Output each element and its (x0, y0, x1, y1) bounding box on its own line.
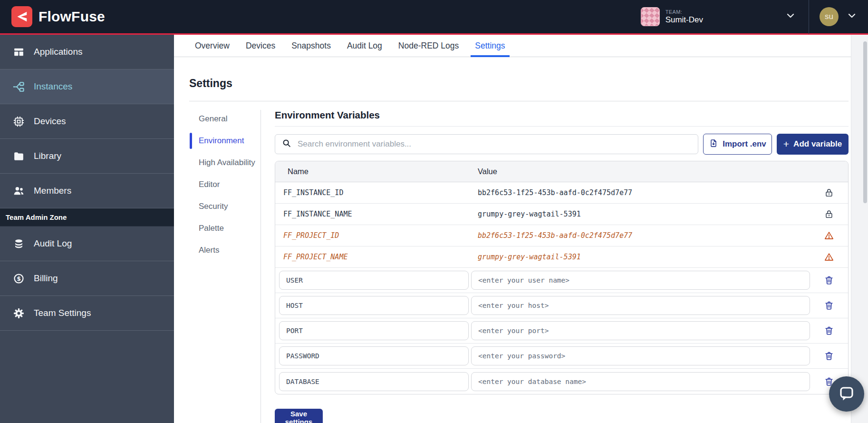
sidebar-item-label: Team Settings (34, 308, 91, 318)
sidebar-item-billing[interactable]: $ Billing (0, 261, 174, 296)
table-row-deprecated: FF_PROJECT_NAME grumpy-grey-wagtail-5391 (275, 246, 848, 268)
plus-icon: + (783, 139, 789, 149)
sidebar-item-devices[interactable]: Devices (0, 104, 174, 139)
search-icon (281, 138, 292, 150)
team-label: TEAM: (665, 9, 703, 15)
main-content: Overview Devices Snapshots Audit Log Nod… (174, 35, 868, 423)
env-var-value-input[interactable] (471, 372, 810, 391)
search-input[interactable] (297, 139, 692, 149)
sidebar-item-members[interactable]: Members (0, 174, 174, 208)
billing-icon: $ (12, 272, 25, 285)
env-var-value-input[interactable] (471, 346, 810, 365)
sidebar-item-label: Billing (34, 273, 58, 284)
flowfuse-app: FlowFuse TEAM: Sumit-Dev su (0, 0, 868, 423)
trash-icon (824, 300, 834, 311)
delete-variable-button[interactable] (823, 325, 835, 337)
sidebar-item-library[interactable]: Library (0, 139, 174, 174)
table-row: FF_INSTANCE_ID bb2f6c53-1f25-453b-aafd-0… (275, 182, 848, 204)
brand[interactable]: FlowFuse (0, 6, 105, 27)
team-selector[interactable]: TEAM: Sumit-Dev (628, 0, 809, 33)
tab-devices[interactable]: Devices (238, 35, 283, 57)
tab-settings[interactable]: Settings (467, 35, 513, 57)
settings-nav-high-availability[interactable]: High Availability (189, 152, 260, 174)
sidebar-item-instances[interactable]: Instances (0, 69, 174, 104)
env-var-name-input[interactable] (279, 372, 469, 391)
section-heading: Environment Variables (275, 101, 849, 121)
library-icon (12, 150, 25, 163)
audit-log-icon (12, 237, 25, 250)
env-var-value: bb2f6c53-1f25-453b-aafd-0c2f475d7e77 (478, 188, 810, 197)
column-header-value: Value (478, 167, 810, 176)
add-variable-label: Add variable (793, 139, 842, 149)
env-var-value-input[interactable] (471, 321, 810, 340)
env-var-edit-row (275, 293, 848, 318)
delete-variable-button[interactable] (823, 299, 835, 312)
tab-audit-log[interactable]: Audit Log (339, 35, 390, 57)
save-settings-button[interactable]: Save settings (275, 409, 323, 423)
settings-nav-environment[interactable]: Environment (189, 130, 260, 152)
env-var-name-input[interactable] (279, 321, 469, 340)
env-var-value: grumpy-grey-wagtail-5391 (478, 210, 810, 218)
sidebar-item-label: Audit Log (34, 238, 72, 249)
env-var-name: FF_INSTANCE_ID (275, 188, 478, 197)
env-var-value: bb2f6c53-1f25-453b-aafd-0c2f475d7e77 (478, 231, 810, 240)
tab-node-red-logs[interactable]: Node-RED Logs (390, 35, 467, 57)
sidebar-item-team-settings[interactable]: Team Settings (0, 296, 174, 331)
sidebar-item-applications[interactable]: Applications (0, 35, 174, 69)
settings-nav-general[interactable]: General (189, 108, 260, 130)
env-var-name: FF_INSTANCE_NAME (275, 210, 478, 218)
sidebar-item-label: Instances (34, 81, 72, 92)
table-row-deprecated: FF_PROJECT_ID bb2f6c53-1f25-453b-aafd-0c… (275, 225, 848, 246)
env-var-value-input[interactable] (471, 271, 810, 290)
lock-icon (810, 209, 848, 219)
env-var-edit-row (275, 268, 848, 293)
environment-panel: Environment Variables (261, 101, 849, 423)
tab-snapshots[interactable]: Snapshots (283, 35, 339, 57)
env-var-edit-row (275, 318, 848, 344)
delete-variable-button[interactable] (823, 274, 835, 286)
env-var-value: grumpy-grey-wagtail-5391 (478, 253, 810, 261)
team-avatar (641, 7, 660, 26)
import-env-button[interactable]: Import .env (703, 134, 772, 155)
sidebar-filler (0, 331, 174, 423)
table-header: Name Value (275, 161, 848, 182)
import-env-label: Import .env (723, 139, 766, 149)
settings-nav-palette[interactable]: Palette (189, 217, 260, 239)
env-var-value-input[interactable] (471, 296, 810, 315)
env-var-name: FF_PROJECT_ID (275, 231, 478, 240)
instances-icon (12, 80, 25, 93)
tab-overview[interactable]: Overview (187, 35, 238, 57)
lock-icon (810, 187, 848, 198)
column-header-name: Name (275, 167, 478, 176)
applications-icon (12, 46, 25, 59)
settings-nav-editor[interactable]: Editor (189, 174, 260, 196)
delete-variable-button[interactable] (823, 350, 835, 362)
right-gutter (851, 35, 868, 423)
instance-tabbar: Overview Devices Snapshots Audit Log Nod… (174, 35, 868, 57)
flowfuse-logo-icon (11, 6, 32, 27)
scrollbar[interactable] (863, 41, 867, 203)
add-variable-button[interactable]: + Add variable (777, 134, 849, 155)
chat-widget-button[interactable] (829, 376, 864, 412)
settings-nav-security[interactable]: Security (189, 196, 260, 217)
settings-subnav: General Environment High Availability Ed… (189, 101, 260, 423)
settings-nav-alerts[interactable]: Alerts (189, 239, 260, 261)
top-header: FlowFuse TEAM: Sumit-Dev su (0, 0, 868, 35)
env-var-name-input[interactable] (279, 296, 469, 315)
chevron-down-icon (846, 10, 858, 23)
trash-icon (824, 325, 834, 336)
user-menu[interactable]: su (809, 7, 868, 26)
env-var-name-input[interactable] (279, 346, 469, 365)
env-toolbar: Import .env + Add variable (275, 134, 849, 155)
warning-icon (810, 230, 848, 241)
sidebar-item-audit-log[interactable]: Audit Log (0, 226, 174, 261)
sidebar-item-label: Members (34, 186, 71, 196)
env-var-name-input[interactable] (279, 271, 469, 290)
user-avatar: su (820, 7, 839, 26)
warning-icon (810, 252, 848, 262)
env-var-edit-row (275, 344, 848, 369)
svg-text:$: $ (17, 275, 21, 282)
sidebar-item-label: Devices (34, 116, 66, 127)
team-name: Sumit-Dev (665, 15, 703, 25)
sidebar-item-label: Applications (34, 47, 82, 57)
